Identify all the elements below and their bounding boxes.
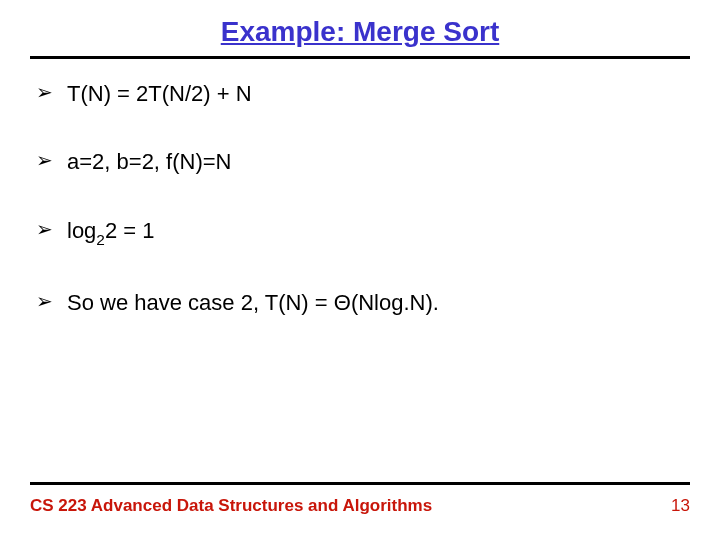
bullet-text: a=2, b=2, f(N)=N	[67, 149, 231, 175]
bullet-text: T(N) = 2T(N/2) + N	[67, 81, 252, 107]
slide-title: Example: Merge Sort	[30, 16, 690, 48]
bullet-icon: ➢	[36, 290, 53, 313]
slide-footer: CS 223 Advanced Data Structures and Algo…	[30, 496, 690, 516]
list-item: ➢ log22 = 1	[36, 218, 690, 248]
bullet-text: log22 = 1	[67, 218, 154, 248]
bullet-icon: ➢	[36, 218, 53, 241]
list-item: ➢ T(N) = 2T(N/2) + N	[36, 81, 690, 107]
slide: Example: Merge Sort ➢ T(N) = 2T(N/2) + N…	[0, 0, 720, 540]
footer-divider	[30, 482, 690, 485]
bullet-icon: ➢	[36, 149, 53, 172]
list-item: ➢ So we have case 2, T(N) = Θ(Nlog.N).	[36, 290, 690, 316]
title-divider	[30, 56, 690, 59]
page-number: 13	[671, 496, 690, 516]
list-item: ➢ a=2, b=2, f(N)=N	[36, 149, 690, 175]
footer-course: CS 223 Advanced Data Structures and Algo…	[30, 496, 432, 516]
slide-body: ➢ T(N) = 2T(N/2) + N ➢ a=2, b=2, f(N)=N …	[30, 81, 690, 316]
bullet-icon: ➢	[36, 81, 53, 104]
bullet-text: So we have case 2, T(N) = Θ(Nlog.N).	[67, 290, 439, 316]
